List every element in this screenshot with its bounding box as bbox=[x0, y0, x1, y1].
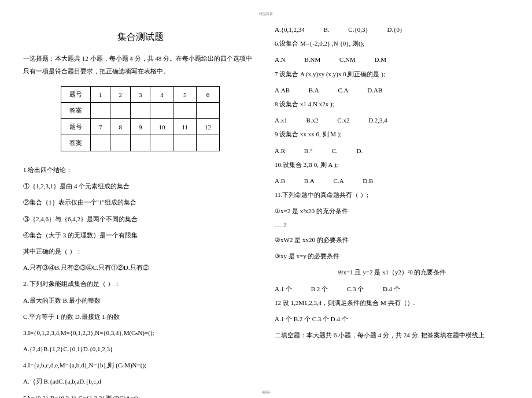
question-3-options: A.{2,4}B.{1,2}C.{0,1}D.{0,1,2,3} bbox=[23, 342, 257, 356]
question-8-options: A.x1 B.x2 C.x2 D.2,3,4 bbox=[275, 113, 509, 127]
option-b: B.A bbox=[309, 83, 319, 97]
question-10: 10.设集合 2,B 0, 则 A ); bbox=[275, 158, 509, 172]
table-cell: 8 bbox=[110, 119, 131, 135]
table-row: 答案 bbox=[61, 135, 219, 151]
option-a: A.B bbox=[275, 174, 285, 188]
question-5-options: A.{0,1,2,34 B. C.{0,3} D.{0} bbox=[275, 23, 509, 36]
table-cell: 4 bbox=[150, 87, 173, 103]
table-row: 题号 1 2 3 4 5 6 bbox=[61, 87, 219, 103]
question-11-sep: ……2 bbox=[275, 220, 509, 230]
document-columns: 集合测试题 一选择题：本大题共 12 小题，每小题 4 分，共 48 分。在每小… bbox=[23, 23, 509, 398]
table-cell: 12 bbox=[197, 119, 220, 135]
question-10-options: A.B B.A C.A D.B bbox=[275, 174, 509, 188]
table-cell bbox=[150, 135, 173, 151]
footer-watermark: ~精编~ bbox=[0, 390, 532, 395]
question-1-item: ④集合（大于 3 的无理数）是一个有限集 bbox=[23, 228, 257, 242]
section-intro: 一选择题：本大题共 12 小题，每小题 4 分，共 48 分。在每小题给出的四个… bbox=[23, 52, 257, 77]
table-cell bbox=[197, 135, 220, 151]
option-b: B.x2 bbox=[306, 113, 318, 127]
option-c: C.A bbox=[338, 83, 349, 97]
question-11-item: ②xW2 是 xx20 的必要条件 bbox=[275, 233, 509, 247]
question-8: 8 设集合 x1 4,N x2x ); bbox=[275, 97, 509, 111]
question-1-prompt: 其中正确的是（ ）： bbox=[23, 244, 257, 258]
table-cell bbox=[173, 103, 197, 119]
left-column: 集合测试题 一选择题：本大题共 12 小题，每小题 4 分，共 48 分。在每小… bbox=[23, 23, 257, 398]
option-b: B.2 个 bbox=[311, 282, 328, 296]
answer-table: 题号 1 2 3 4 5 6 答案 题号 7 8 9 bbox=[61, 86, 220, 151]
question-11-options: A.1 个 B.2 个 C.3 个 D.4 个 bbox=[275, 282, 509, 296]
table-cell bbox=[90, 103, 110, 119]
table-cell bbox=[173, 135, 197, 151]
question-9: 9 设集合 xx xx 6, 则 M ); bbox=[275, 127, 509, 141]
option-c: C.{0,3} bbox=[348, 23, 368, 36]
option-c: C.x2 bbox=[337, 113, 349, 127]
table-cell bbox=[150, 103, 173, 119]
question-7: 7 设集合 A (x,y)xy (x,y)x 0,则正确的是 ); bbox=[275, 67, 509, 81]
table-cell: 9 bbox=[130, 119, 150, 135]
table-cell bbox=[110, 103, 131, 119]
option-d: D.4 个 bbox=[383, 282, 400, 296]
question-12-options: A.1 个 B.2 个 C.3 个 D.4 个 bbox=[275, 312, 509, 326]
option-d: D. bbox=[356, 144, 363, 158]
table-cell bbox=[130, 103, 150, 119]
question-7-options: A.AB B.A C.A D.AB bbox=[275, 83, 509, 97]
question-2: 2. 下列对象能组成集合的是（ ）： bbox=[23, 277, 257, 291]
option-a: A.N bbox=[275, 53, 286, 66]
document-title: 集合测试题 bbox=[23, 31, 257, 43]
table-header: 答案 bbox=[61, 135, 90, 151]
question-12: 12 设 1,2M1,2,3,4，则满足条件的集合 M 共有（）. bbox=[275, 296, 509, 310]
table-cell bbox=[197, 103, 220, 119]
table-cell: 1 bbox=[90, 87, 110, 103]
table-cell bbox=[90, 135, 110, 151]
question-2-options: A.最大的正数 B.最小的整数 bbox=[23, 293, 257, 307]
option-d: D.2,3,4 bbox=[368, 113, 387, 127]
question-11: 11.下列命题中的真命题共有（ ）; bbox=[275, 188, 509, 202]
section-2-intro: 二填空题：本大题共 6 小题，每小题 4 分，共 24 分. 把答案填在题中横线… bbox=[275, 328, 509, 342]
header-watermark: 精品教育 bbox=[23, 12, 509, 17]
question-11-item: ③xy 是 x=y 的必要条件 bbox=[275, 249, 509, 263]
question-6-options: A.N B.NM C.NM D.M bbox=[275, 53, 509, 66]
option-c: C.A bbox=[334, 174, 344, 188]
option-c: C.NM bbox=[339, 53, 356, 66]
option-d: D.AB bbox=[367, 83, 382, 97]
question-2-options: C.平方等于 1 的数 D.最接近 1 的数 bbox=[23, 310, 257, 323]
option-b: B.ˣ bbox=[304, 144, 313, 158]
question-1-item: ③｛2,4,6｝与｛6,4,2｝是两个不同的集合 bbox=[23, 212, 257, 226]
table-cell: 5 bbox=[173, 87, 197, 103]
option-b: B.A bbox=[304, 174, 315, 188]
question-1-item: ②集合｛1｝表示仅由一个"1"组成的集合 bbox=[23, 195, 257, 209]
question-4-options: A.｛刃 B.{adC.{a,b,aD.{b,c,d bbox=[23, 374, 257, 388]
question-1-options: A.只有③④B.只有②③④C.只有①②D.只有② bbox=[23, 261, 257, 274]
question-9-options: A.R B.ˣ C. D. bbox=[275, 144, 509, 158]
question-11-item: ④x=1 且 y=2 是 x1（y2）²0 的充要条件 bbox=[275, 265, 509, 279]
table-header: 答案 bbox=[61, 103, 90, 119]
table-row: 题号 7 8 9 10 11 12 bbox=[61, 119, 219, 135]
option-d: D.M bbox=[375, 53, 386, 66]
question-3: 3.I={0,1,2,3,4,M={0,1,2,3},N={0,3,4},M(C… bbox=[23, 326, 257, 340]
question-4: 4.I={a,b,c,d,e,M={a,b,d},N={b},则 (CₙM)N=… bbox=[23, 358, 257, 372]
option-a: A.{0,1,2,34 bbox=[275, 23, 305, 36]
option-a: A.AB bbox=[275, 83, 290, 97]
table-cell bbox=[110, 135, 131, 151]
table-header: 题号 bbox=[61, 119, 90, 135]
option-b: B. bbox=[323, 23, 329, 36]
table-row: 答案 bbox=[61, 103, 219, 119]
right-column: A.{0,1,2,34 B. C.{0,3} D.{0} 6.设集合 M={-2… bbox=[275, 23, 509, 398]
option-d: D.{0} bbox=[387, 23, 402, 36]
table-cell: 2 bbox=[110, 87, 131, 103]
option-d: D.B bbox=[363, 174, 373, 188]
question-1-item: ①｛1,2,3,1｝是由 4 个元素组成的集合 bbox=[23, 179, 257, 193]
table-cell: 6 bbox=[197, 87, 220, 103]
option-b: B.NM bbox=[304, 53, 320, 66]
option-c: C. bbox=[332, 144, 338, 158]
option-a: A.1 个 bbox=[275, 282, 292, 296]
table-cell: 3 bbox=[130, 87, 150, 103]
table-cell: 11 bbox=[173, 119, 197, 135]
table-header: 题号 bbox=[61, 87, 90, 103]
question-11-item: ①x=2 是 x²x20 的充分条件 bbox=[275, 204, 509, 218]
option-c: C.3 个 bbox=[347, 282, 364, 296]
option-a: A.R bbox=[275, 144, 285, 158]
option-a: A.x1 bbox=[275, 113, 287, 127]
table-cell: 7 bbox=[90, 119, 110, 135]
table-cell: 10 bbox=[150, 119, 173, 135]
